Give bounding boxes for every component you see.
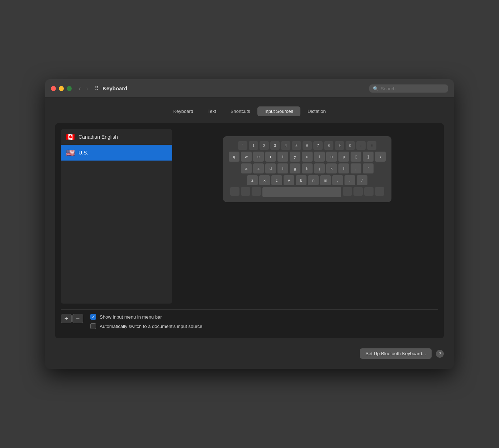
content-area: Keyboard Text Shortcuts Input Sources Di…: [45, 98, 454, 369]
key-u: u: [302, 152, 313, 162]
key-backslash: \: [375, 152, 386, 162]
key-x: x: [259, 175, 270, 185]
us-flag-icon: 🇺🇸: [66, 149, 75, 156]
key-fn4: [343, 187, 352, 196]
key-minus: -: [356, 141, 366, 150]
bluetooth-keyboard-button[interactable]: Set Up Bluetooth Keyboard...: [360, 348, 432, 359]
key-z: z: [247, 175, 258, 185]
key-row-numbers: ` 1 2 3 4 5 6 7 8 9 0 - =: [229, 141, 386, 150]
key-e: e: [253, 152, 264, 162]
key-f: f: [277, 163, 288, 173]
close-button[interactable]: [51, 86, 56, 91]
key-fn7: [375, 187, 384, 196]
key-fn1: [230, 187, 239, 196]
search-box: 🔍: [369, 84, 448, 92]
tab-input-sources[interactable]: Input Sources: [257, 106, 300, 116]
key-fn5: [353, 187, 363, 196]
key-3: 3: [270, 141, 280, 150]
key-slash: /: [357, 175, 367, 185]
tab-dictation[interactable]: Dictation: [300, 106, 333, 116]
help-button[interactable]: ?: [436, 350, 444, 358]
key-y: y: [290, 152, 300, 162]
key-n: n: [308, 175, 319, 185]
key-fn3: [252, 187, 261, 196]
forward-button[interactable]: ›: [85, 85, 90, 92]
canadian-flag-icon: 🇨🇦: [66, 133, 75, 140]
tabs-bar: Keyboard Text Shortcuts Input Sources Di…: [55, 106, 444, 116]
key-r: r: [265, 152, 276, 162]
footer-bar: Set Up Bluetooth Keyboard... ?: [55, 345, 444, 359]
traffic-lights: [51, 86, 72, 91]
key-k: k: [326, 163, 337, 173]
key-fn2: [241, 187, 250, 196]
checkbox-options: Show Input menu in menu bar Automaticall…: [90, 314, 202, 333]
source-canadian-english[interactable]: 🇨🇦 Canadian English: [61, 129, 172, 145]
key-b: b: [296, 175, 306, 185]
key-1: 1: [249, 141, 258, 150]
key-c: c: [271, 175, 282, 185]
search-input[interactable]: [381, 86, 445, 91]
main-panel: 🇨🇦 Canadian English 🇺🇸 U.S. ` 1: [55, 123, 444, 338]
tab-keyboard[interactable]: Keyboard: [166, 106, 200, 116]
key-space: [262, 187, 341, 197]
bottom-controls: + − Show Input menu in menu bar Automati…: [61, 309, 438, 333]
key-4: 4: [281, 141, 290, 150]
key-i: i: [314, 152, 325, 162]
key-7: 7: [313, 141, 323, 150]
key-g: g: [290, 163, 300, 173]
key-m: m: [320, 175, 331, 185]
tab-text[interactable]: Text: [200, 106, 223, 116]
keyboard-visual: ` 1 2 3 4 5 6 7 8 9 0 - =: [223, 136, 391, 202]
key-h: h: [302, 163, 313, 173]
key-t: t: [277, 152, 288, 162]
key-row-asdf: a s d f g h j k l ; ': [229, 163, 386, 173]
key-p: p: [338, 152, 349, 162]
maximize-button[interactable]: [67, 86, 72, 91]
key-semicolon: ;: [351, 163, 361, 173]
key-w: w: [241, 152, 252, 162]
key-row-qwerty: q w e r t y u i o p [ ] \: [229, 152, 386, 162]
canadian-english-label: Canadian English: [79, 134, 118, 140]
key-9: 9: [335, 141, 344, 150]
key-v: v: [284, 175, 294, 185]
remove-source-button[interactable]: −: [72, 314, 83, 323]
back-button[interactable]: ‹: [77, 85, 82, 92]
nav-buttons: ‹ ›: [77, 85, 90, 92]
minimize-button[interactable]: [59, 86, 64, 91]
titlebar: ‹ › ⠿ Keyboard 🔍: [45, 79, 454, 98]
key-lbracket: [: [351, 152, 361, 162]
key-quote: ': [363, 163, 374, 173]
key-row-zxcv: z x c v b n m , . /: [229, 175, 386, 185]
key-period: .: [344, 175, 355, 185]
key-rbracket: ]: [363, 152, 374, 162]
add-remove-buttons: + −: [61, 314, 83, 323]
key-row-space: [229, 187, 386, 197]
split-view: 🇨🇦 Canadian English 🇺🇸 U.S. ` 1: [61, 129, 438, 304]
key-comma: ,: [332, 175, 343, 185]
key-6: 6: [303, 141, 312, 150]
key-equals: =: [367, 141, 376, 150]
tab-shortcuts[interactable]: Shortcuts: [223, 106, 257, 116]
key-s: s: [253, 163, 264, 173]
show-input-menu-checkbox[interactable]: [90, 314, 96, 320]
us-label: U.S.: [79, 150, 88, 156]
auto-switch-label: Automatically switch to a document's inp…: [100, 324, 202, 329]
grid-icon[interactable]: ⠿: [95, 85, 99, 92]
sources-list: 🇨🇦 Canadian English 🇺🇸 U.S.: [61, 129, 172, 304]
show-input-menu-label: Show Input menu in menu bar: [100, 314, 162, 320]
keyboard-preview-area: ` 1 2 3 4 5 6 7 8 9 0 - =: [176, 129, 438, 304]
key-8: 8: [324, 141, 333, 150]
search-icon: 🔍: [373, 86, 379, 91]
key-a: a: [241, 163, 252, 173]
key-o: o: [326, 152, 337, 162]
key-d: d: [265, 163, 276, 173]
auto-switch-checkbox[interactable]: [90, 323, 96, 329]
key-2: 2: [260, 141, 269, 150]
key-backtick: `: [238, 141, 247, 150]
source-us[interactable]: 🇺🇸 U.S.: [61, 145, 172, 161]
key-j: j: [314, 163, 325, 173]
key-fn6: [364, 187, 374, 196]
key-q: q: [229, 152, 239, 162]
add-source-button[interactable]: +: [61, 314, 72, 323]
key-0: 0: [346, 141, 355, 150]
